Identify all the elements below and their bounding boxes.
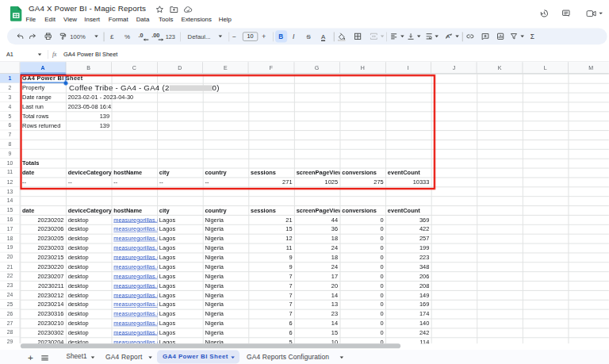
- svg-text:A: A: [446, 33, 450, 39]
